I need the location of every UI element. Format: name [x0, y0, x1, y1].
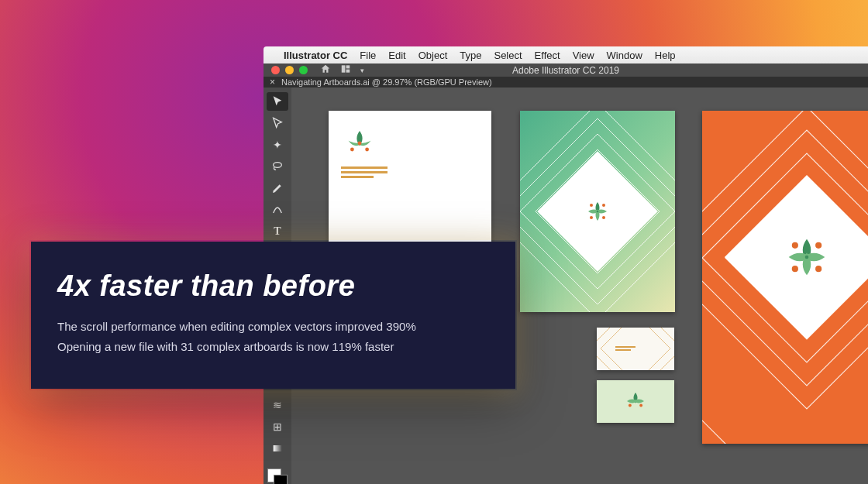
svg-point-16	[792, 242, 798, 249]
stroke-swatch[interactable]	[274, 475, 288, 484]
menu-effect[interactable]: Effect	[535, 50, 560, 61]
window-titlebar: ▾ Adobe Illustrator CC 2019	[264, 64, 868, 77]
home-icon[interactable]	[320, 64, 331, 77]
macos-menubar: Illustrator CC File Edit Object Type Sel…	[264, 46, 868, 64]
svg-point-3	[274, 163, 282, 168]
brand-logo-icon	[582, 196, 613, 227]
menu-object[interactable]: Object	[418, 50, 448, 61]
svg-rect-0	[342, 65, 346, 72]
minimize-window-button[interactable]	[285, 66, 294, 74]
menu-window[interactable]: Window	[607, 50, 642, 61]
card-logo-icon	[597, 380, 674, 423]
zoom-window-button[interactable]	[299, 66, 308, 74]
brand-logo-icon	[341, 125, 378, 162]
free-transform-tool[interactable]: ⊞	[267, 417, 288, 436]
svg-point-11	[590, 204, 593, 207]
promo-background: Illustrator CC File Edit Object Type Sel…	[0, 0, 868, 484]
traffic-lights	[271, 66, 308, 74]
svg-rect-5	[274, 445, 282, 451]
svg-point-12	[602, 204, 605, 207]
svg-point-18	[792, 266, 798, 272]
curvature-tool[interactable]	[267, 201, 288, 219]
promo-overlay: 4x faster than before The scroll perform…	[31, 242, 515, 389]
svg-rect-21	[615, 346, 636, 348]
promo-headline: 4x faster than before	[57, 269, 489, 303]
svg-point-17	[815, 242, 822, 249]
svg-rect-2	[346, 70, 350, 73]
direct-selection-tool[interactable]	[267, 114, 288, 132]
close-tab-icon[interactable]: ×	[270, 77, 275, 88]
type-tool[interactable]: T	[267, 222, 288, 241]
promo-line-2: Opening a new file with 31 complex artbo…	[57, 337, 489, 357]
svg-point-15	[597, 211, 599, 213]
svg-point-8	[358, 142, 362, 146]
menu-view[interactable]: View	[573, 50, 594, 61]
svg-point-24	[629, 404, 632, 407]
selection-tool[interactable]	[267, 92, 288, 111]
brand-logo-icon	[780, 230, 834, 284]
menu-type[interactable]: Type	[460, 50, 481, 61]
artboard-business-card-front[interactable]	[597, 328, 674, 370]
menu-select[interactable]: Select	[494, 50, 522, 61]
artboard-business-card-back[interactable]	[597, 380, 674, 423]
svg-point-25	[639, 404, 642, 407]
document-tab[interactable]: Navigating Artboards.ai @ 29.97% (RGB/GP…	[281, 77, 492, 87]
center-badge	[537, 151, 658, 272]
close-window-button[interactable]	[271, 66, 280, 74]
svg-point-10	[365, 148, 369, 152]
promo-line-1: The scroll performance when editing comp…	[57, 317, 489, 337]
svg-point-14	[602, 216, 605, 219]
menu-help[interactable]: Help	[655, 50, 676, 61]
svg-rect-22	[615, 349, 631, 351]
svg-point-13	[590, 216, 593, 219]
fill-stroke-swatches[interactable]	[267, 469, 288, 484]
magic-wand-tool[interactable]: ✦	[267, 136, 288, 154]
gradient-tool[interactable]	[267, 439, 288, 458]
arrange-documents-icon[interactable]	[340, 64, 351, 77]
menu-file[interactable]: File	[360, 50, 376, 61]
app-name[interactable]: Illustrator CC	[284, 50, 347, 61]
lasso-tool[interactable]	[267, 157, 288, 176]
dropdown-chevron-icon[interactable]: ▾	[360, 67, 364, 74]
svg-point-19	[815, 266, 822, 272]
width-tool[interactable]: ≋	[267, 396, 288, 414]
letterhead-text-placeholder	[341, 166, 388, 180]
document-tabbar: × Navigating Artboards.ai @ 29.97% (RGB/…	[264, 77, 868, 88]
artboard-orange-poster[interactable]	[702, 111, 868, 444]
card-pattern-icon	[597, 328, 674, 370]
pen-tool[interactable]	[267, 179, 288, 197]
svg-point-9	[350, 148, 354, 152]
svg-rect-1	[346, 65, 350, 68]
artboard-green-card[interactable]	[520, 111, 675, 312]
menu-edit[interactable]: Edit	[388, 50, 405, 61]
